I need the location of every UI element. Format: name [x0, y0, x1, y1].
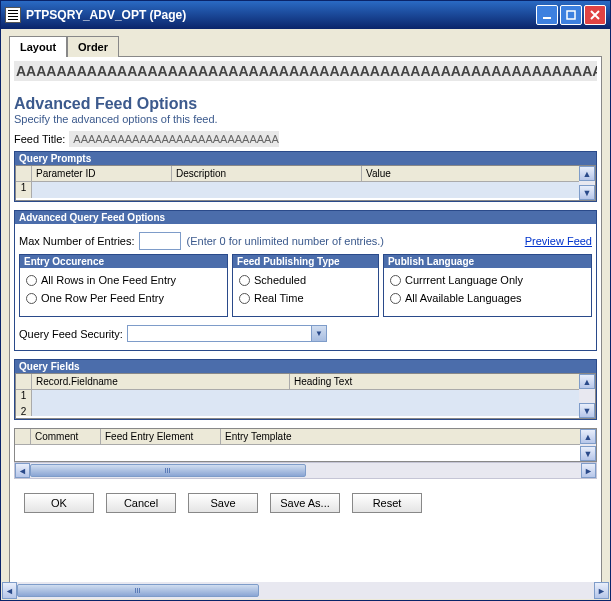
minimize-icon — [541, 9, 553, 21]
app-icon — [5, 7, 21, 23]
publish-language-group: Publish Language Currrent Language Only … — [383, 254, 592, 317]
tab-strip: Layout Order — [9, 35, 602, 57]
table-row[interactable]: 2 — [16, 406, 595, 416]
window-buttons — [536, 5, 606, 25]
grid-vscroll[interactable]: ▲ ▼ — [579, 166, 595, 200]
scroll-thumb[interactable] — [17, 584, 259, 597]
radio-icon — [26, 293, 37, 304]
window-hscroll[interactable]: ◄ ► — [2, 582, 609, 599]
close-button[interactable] — [584, 5, 606, 25]
window: PTPSQRY_ADV_OPT (Page) Layout Order AAAA… — [0, 0, 611, 601]
radio-all-rows-label: All Rows in One Feed Entry — [41, 274, 176, 286]
radio-current-lang-label: Currrent Language Only — [405, 274, 523, 286]
page-title: Advanced Feed Options — [14, 95, 201, 113]
window-title: PTPSQRY_ADV_OPT (Page) — [26, 8, 536, 22]
scroll-down-button[interactable]: ▼ — [579, 403, 595, 418]
query-prompts-group: Query Prompts Parameter ID Description V… — [14, 151, 597, 202]
radio-icon — [239, 275, 250, 286]
svg-rect-1 — [567, 11, 575, 19]
row-number: 2 — [16, 406, 32, 416]
radio-scheduled[interactable]: Scheduled — [239, 274, 372, 286]
entry-occurrence-group: Entry Occurence All Rows in One Feed Ent… — [19, 254, 228, 317]
col-heading-text[interactable]: Heading Text — [290, 374, 595, 389]
entry-template-grid[interactable]: Comment Feed Entry Element Entry Templat… — [14, 428, 597, 462]
save-as-button[interactable]: Save As... — [270, 493, 340, 513]
client-area: Layout Order AAAAAAAAAAAAAAAAAAAAAAAAAAA… — [1, 29, 610, 582]
radio-realtime[interactable]: Real Time — [239, 292, 372, 304]
col-value[interactable]: Value — [362, 166, 595, 181]
radio-realtime-label: Real Time — [254, 292, 304, 304]
entry-occurrence-title: Entry Occurence — [20, 255, 227, 268]
max-entries-input[interactable] — [139, 232, 181, 250]
scroll-right-button[interactable]: ► — [594, 582, 609, 599]
page-subtitle: Specify the advanced options of this fee… — [14, 113, 222, 125]
radio-all-rows[interactable]: All Rows in One Feed Entry — [26, 274, 221, 286]
page-body: AAAAAAAAAAAAAAAAAAAAAAAAAAAAAAAAAAAAAAAA… — [9, 57, 602, 582]
save-button[interactable]: Save — [188, 493, 258, 513]
col-entry-template[interactable]: Entry Template — [221, 429, 596, 444]
table-row[interactable]: 1 — [16, 182, 595, 198]
banner-text: AAAAAAAAAAAAAAAAAAAAAAAAAAAAAAAAAAAAAAAA… — [14, 61, 597, 81]
publishing-type-title: Feed Publishing Type — [233, 255, 378, 268]
radio-all-lang-label: All Available Languages — [405, 292, 522, 304]
ok-button[interactable]: OK — [24, 493, 94, 513]
scroll-right-button[interactable]: ► — [581, 463, 596, 478]
tab-layout[interactable]: Layout — [9, 36, 67, 57]
scroll-up-button[interactable]: ▲ — [579, 166, 595, 181]
query-fields-title: Query Fields — [15, 360, 596, 373]
minimize-button[interactable] — [536, 5, 558, 25]
radio-icon — [26, 275, 37, 286]
radio-current-lang[interactable]: Currrent Language Only — [390, 274, 585, 286]
max-entries-hint: (Enter 0 for unlimited number of entries… — [187, 235, 384, 247]
cancel-button[interactable]: Cancel — [106, 493, 176, 513]
reset-button[interactable]: Reset — [352, 493, 422, 513]
maximize-icon — [565, 9, 577, 21]
scroll-left-button[interactable]: ◄ — [15, 463, 30, 478]
scroll-up-button[interactable]: ▲ — [579, 374, 595, 389]
feed-title-value: AAAAAAAAAAAAAAAAAAAAAAAAAAAAAA — [69, 131, 279, 147]
feed-security-value — [128, 326, 311, 341]
grid-corner — [15, 429, 31, 444]
radio-icon — [239, 293, 250, 304]
radio-one-row[interactable]: One Row Per Feed Entry — [26, 292, 221, 304]
row-number: 1 — [16, 182, 32, 198]
close-icon — [589, 9, 601, 21]
query-fields-group: Query Fields Record.Fieldname Heading Te… — [14, 359, 597, 420]
feed-security-select[interactable]: ▼ — [127, 325, 327, 342]
row-number: 1 — [16, 390, 32, 406]
feed-title-label: Feed Title: — [14, 133, 69, 145]
scroll-left-button[interactable]: ◄ — [2, 582, 17, 599]
maximize-button[interactable] — [560, 5, 582, 25]
adv-options-title: Advanced Query Feed Options — [15, 211, 596, 224]
scroll-up-button[interactable]: ▲ — [580, 429, 596, 444]
publish-language-title: Publish Language — [384, 255, 591, 268]
button-row: OK Cancel Save Save As... Reset — [14, 489, 597, 517]
grid-hscroll[interactable]: ◄ ► — [14, 462, 597, 479]
max-entries-label: Max Number of Entries: — [19, 235, 139, 247]
feed-security-label: Query Feed Security: — [19, 328, 127, 340]
chevron-down-icon: ▼ — [311, 326, 326, 341]
col-comment[interactable]: Comment — [31, 429, 101, 444]
table-row[interactable]: 1 — [16, 390, 595, 406]
publishing-type-group: Feed Publishing Type Scheduled Real Time — [232, 254, 379, 317]
svg-rect-0 — [543, 17, 551, 19]
query-prompts-grid[interactable]: Parameter ID Description Value 1 ▲ — [15, 165, 596, 201]
scroll-down-button[interactable]: ▼ — [580, 446, 596, 461]
preview-feed-link[interactable]: Preview Feed — [525, 235, 592, 247]
col-parameter-id[interactable]: Parameter ID — [32, 166, 172, 181]
col-description[interactable]: Description — [172, 166, 362, 181]
radio-one-row-label: One Row Per Feed Entry — [41, 292, 164, 304]
scroll-down-button[interactable]: ▼ — [579, 185, 595, 200]
titlebar: PTPSQRY_ADV_OPT (Page) — [1, 1, 610, 29]
query-fields-grid[interactable]: Record.Fieldname Heading Text 1 2 — [15, 373, 596, 419]
radio-all-lang[interactable]: All Available Languages — [390, 292, 585, 304]
tab-order[interactable]: Order — [67, 36, 119, 57]
col-record-fieldname[interactable]: Record.Fieldname — [32, 374, 290, 389]
grid-vscroll[interactable]: ▲ ▼ — [579, 374, 595, 418]
scroll-thumb[interactable] — [30, 464, 306, 477]
grid-vscroll[interactable]: ▲ ▼ — [580, 429, 596, 461]
radio-icon — [390, 275, 401, 286]
col-feed-entry-element[interactable]: Feed Entry Element — [101, 429, 221, 444]
query-prompts-title: Query Prompts — [15, 152, 596, 165]
grid-corner — [16, 166, 32, 181]
